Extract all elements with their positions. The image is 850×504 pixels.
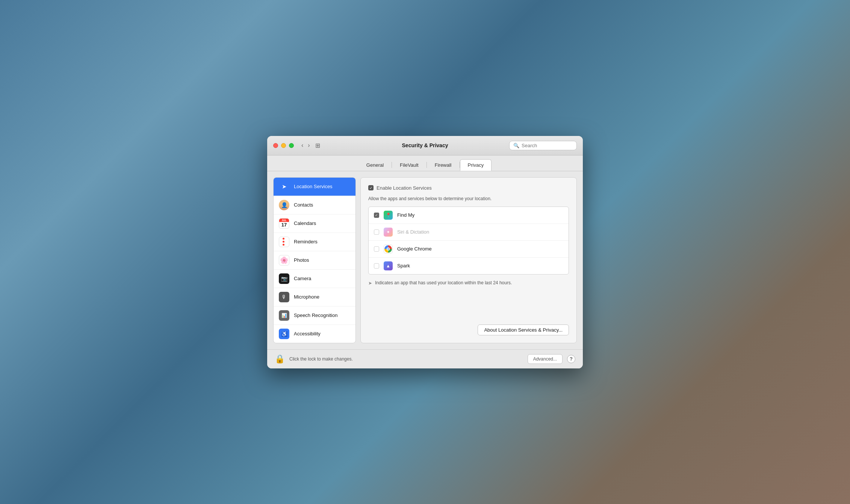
tab-bar: General FileVault Firewall Privacy [267,155,583,171]
sidebar-label-speech: Speech Recognition [294,312,337,318]
accessibility-icon: ♿ [279,329,289,339]
tab-general[interactable]: General [358,159,392,171]
enable-location-label: Enable Location Services [377,185,432,191]
spark-checkbox[interactable] [374,263,379,269]
speech-icon: 📊 [279,310,289,321]
sidebar-label-microphone: Microphone [294,294,319,300]
sidebar-item-location[interactable]: ➤ Location Services [274,178,355,196]
app-row-findmy[interactable]: 📍 Find My [369,207,569,224]
app-row-chrome[interactable]: Google Chrome [369,241,569,258]
sidebar-item-calendars[interactable]: JUL 17 Calendars [274,214,355,233]
spark-icon: ▲ [384,261,393,270]
siri-icon: ✦ [384,228,393,237]
findmy-icon: 📍 [384,211,393,220]
nav-buttons: ‹ › [300,142,312,149]
hint-text: Indicates an app that has used your loca… [375,280,512,286]
tab-privacy[interactable]: Privacy [460,159,492,171]
chrome-label: Google Chrome [397,246,432,252]
lock-text: Click the lock to make changes. [289,356,523,362]
findmy-label: Find My [397,212,414,218]
sidebar-item-speech[interactable]: 📊 Speech Recognition [274,306,355,325]
forward-button[interactable]: › [306,142,311,149]
hint-row: ➤ Indicates an app that has used your lo… [368,280,569,286]
sidebar-label-contacts: Contacts [294,202,313,208]
enable-location-checkbox[interactable] [368,185,374,190]
minimize-button[interactable] [281,143,286,148]
sidebar-item-photos[interactable]: 🌸 Photos [274,251,355,270]
sidebar-label-reminders: Reminders [294,239,318,244]
settings-window: ‹ › ⊞ Security & Privacy 🔍 General FileV… [267,136,583,368]
chrome-checkbox[interactable] [374,246,379,252]
search-icon: 🔍 [513,143,519,148]
cal-month: JUL [279,219,289,222]
sidebar-item-camera[interactable]: 📷 Camera [274,270,355,288]
sidebar-label-location: Location Services [294,184,333,189]
cal-day: 17 [281,222,287,228]
enable-location-row: Enable Location Services [368,185,569,191]
search-input[interactable] [522,143,573,148]
sidebar-label-camera: Camera [294,276,311,281]
app-row-siri[interactable]: ✦ Siri & Dictation [369,224,569,241]
sidebar-label-photos: Photos [294,257,309,263]
title-bar: ‹ › ⊞ Security & Privacy 🔍 [267,136,583,155]
hint-arrow-icon: ➤ [368,281,372,286]
panel-bottom: About Location Services & Privacy... [368,324,569,335]
location-icon: ➤ [279,181,289,192]
app-list: 📍 Find My ✦ Siri & Dictation Google Chro… [368,207,569,275]
sidebar-item-contacts[interactable]: 👤 Contacts [274,196,355,214]
sidebar-item-microphone[interactable]: 🎙 Microphone [274,288,355,306]
content-area: ➤ Location Services 👤 Contacts JUL 17 Ca… [267,171,583,349]
reminders-icon [279,237,289,247]
sidebar-item-reminders[interactable]: Reminders [274,233,355,251]
search-bar[interactable]: 🔍 [509,141,577,150]
grid-button[interactable]: ⊞ [313,141,322,150]
microphone-icon: 🎙 [279,292,289,302]
chrome-icon [384,244,393,254]
app-row-spark[interactable]: ▲ Spark [369,258,569,274]
sidebar-label-accessibility: Accessibility [294,331,321,337]
spark-label: Spark [397,263,410,269]
main-panel: Enable Location Services Allow the apps … [360,177,577,343]
sidebar: ➤ Location Services 👤 Contacts JUL 17 Ca… [273,177,356,343]
sidebar-label-calendars: Calendars [294,220,316,226]
maximize-button[interactable] [289,143,294,148]
sidebar-item-accessibility[interactable]: ♿ Accessibility [274,325,355,343]
traffic-lights [273,143,294,148]
tab-firewall[interactable]: Firewall [427,159,460,171]
advanced-button[interactable]: Advanced... [528,354,563,364]
siri-label: Siri & Dictation [397,229,429,235]
close-button[interactable] [273,143,278,148]
contacts-icon: 👤 [279,200,289,210]
calendars-icon: JUL 17 [279,218,289,229]
findmy-checkbox[interactable] [374,213,379,218]
footer: 🔒 Click the lock to make changes. Advanc… [267,349,583,368]
help-button[interactable]: ? [567,355,575,363]
tab-filevault[interactable]: FileVault [392,159,427,171]
photos-icon: 🌸 [279,255,289,266]
siri-checkbox[interactable] [374,229,379,235]
lock-icon[interactable]: 🔒 [275,354,285,364]
window-title: Security & Privacy [402,142,448,148]
enable-location-desc: Allow the apps and services below to det… [368,196,569,201]
camera-icon: 📷 [279,273,289,284]
back-button[interactable]: ‹ [300,142,305,149]
about-location-button[interactable]: About Location Services & Privacy... [478,324,569,335]
